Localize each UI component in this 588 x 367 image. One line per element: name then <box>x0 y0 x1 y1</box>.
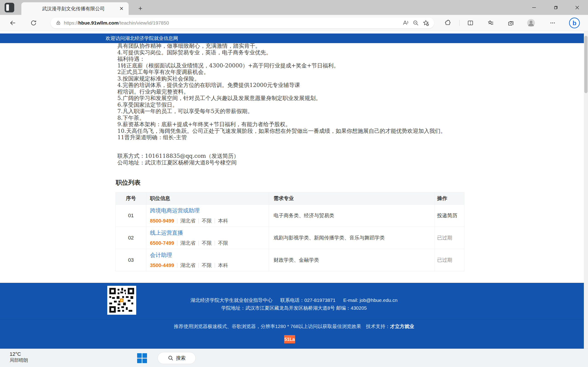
text-line: 3.按国家规定标准购买社会保险。 <box>117 75 450 82</box>
taskbar: 12°C 局部晴朗 搜索 <box>0 349 588 367</box>
positions-title: 职位列表 <box>116 178 141 187</box>
browser-window: 武汉漫寻刻文化传播有限公司 ✕ + <box>0 0 588 367</box>
table-row: 02 线上运营直播 6500-7499 湖北省 不限 不限 戏剧与影视学类、新闻… <box>116 227 464 249</box>
text-line: 8.下午茶。 <box>117 115 450 121</box>
footer-email: E-mail: job@hbue.edu.cn <box>343 298 398 303</box>
job-meta: 8500-9499 湖北省 不限 本科 <box>150 217 269 224</box>
weather-temp: 12°C <box>10 351 28 357</box>
search-icon <box>168 355 174 361</box>
url-text: https://hbue.91wllm.com/teachin/view/id/… <box>64 20 169 26</box>
job-meta: 3500-4499 湖北省 不限 本科 <box>150 262 269 269</box>
text-line: 1转正底薪（根据面试以及业绩情况，4300-20000）+高于同行业提成+奖金+… <box>117 62 450 69</box>
footer-support-link[interactable]: 才立方就业 <box>390 324 414 329</box>
zoom-out-icon[interactable] <box>411 18 421 27</box>
meta-experience: 不限 <box>202 262 212 269</box>
col-header-no: 序号 <box>116 192 146 204</box>
text-line: 11晋升渠道明确：组长-主管 <box>117 134 450 141</box>
meta-degree: 本科 <box>218 262 228 269</box>
apply-link[interactable]: 投递简历 <box>435 205 464 227</box>
footer-contact-line: 湖北经济学院大学生就业创业指导中心 联系电话：027-81973871 E-ma… <box>0 297 584 303</box>
browser-toolbar: https://hbue.91wllm.com/teachin/view/id/… <box>0 15 588 31</box>
text-line: 9.薪资基本架构：底薪+提成+年终奖+节日福利，有能力者给予股权。 <box>117 121 450 128</box>
new-tab-button[interactable]: + <box>136 4 145 13</box>
taskbar-weather[interactable]: 12°C 局部晴朗 <box>10 351 28 363</box>
job-title-link[interactable]: 跨境电商运营或助理 <box>150 207 269 214</box>
title-bar: 武汉漫寻刻文化传播有限公司 ✕ + <box>0 0 588 15</box>
footer-address-line: 学院地址：武汉市江夏区藏龙岛开发区杨桥湖大道8号 邮编：430205 <box>0 305 584 311</box>
salary-range: 6500-7499 <box>150 240 174 246</box>
table-row: 01 跨境电商运营或助理 8500-9499 湖北省 不限 本科 电子商务类、经… <box>116 204 464 227</box>
footer-divider <box>0 319 584 319</box>
favorite-add-icon[interactable] <box>421 18 431 27</box>
text-line: 4.可提供实习岗位。国际贸易专业，英语，电子商务专业优先。 <box>117 49 450 56</box>
51la-badge[interactable]: 51La <box>284 335 295 343</box>
close-button[interactable] <box>566 0 588 15</box>
extensions-icon[interactable] <box>444 19 452 27</box>
maximize-button[interactable] <box>545 0 566 15</box>
col-header-majors: 需求专业 <box>269 192 435 204</box>
meta-region: 湖北省 <box>180 262 195 269</box>
search-box[interactable]: 搜索 <box>157 352 196 364</box>
row-majors: 电子商务类、经济与贸易类 <box>269 205 435 227</box>
bing-chat-icon[interactable]: b <box>569 17 580 29</box>
text-line: 程培训。行业内最完整资料。 <box>117 89 450 95</box>
toolbar-divider <box>459 20 460 26</box>
meta-degree: 本科 <box>218 217 228 224</box>
read-aloud-icon[interactable] <box>401 18 411 27</box>
text-line: 4.完善的培训体系，提供全方位的在职培训。免费提供12000元专业辅导课 <box>117 82 450 89</box>
footer-notice: 推荐使用浏览器极速模式、谷歌浏览器，分辨率1280 * 768以上访问以获取最佳… <box>174 324 390 329</box>
text-line: 公司地址：武汉市江夏区杨桥湖大道8号兮棣空间 <box>117 159 239 166</box>
contact-block: 联系方式：1016118835@qq.com（发送简历）公司地址：武汉市江夏区杨… <box>117 153 239 166</box>
tab-close-icon[interactable]: ✕ <box>118 5 125 13</box>
text-line: 5.广阔的学习和发展空间，针对员工个人兴趣以及发展意愿量身制定职业发展规划。 <box>117 95 450 102</box>
job-description: 具有团队协作精神，做事细致耐心，充满激情，踏实肯干。4.可提供实习岗位。国际贸易… <box>117 43 450 141</box>
back-icon[interactable] <box>9 19 17 27</box>
browser-tab[interactable]: 武汉漫寻刻文化传播有限公司 ✕ <box>21 2 129 15</box>
more-menu-icon[interactable] <box>548 19 557 27</box>
text-line: 2正式员工每年享有次年度调薪机会。 <box>117 69 450 75</box>
expired-label: 已过期 <box>435 227 464 249</box>
meta-region: 湖北省 <box>180 240 195 247</box>
page-footer: 湖北经济学院大学生就业创业指导中心 联系电话：027-81973871 E-ma… <box>0 283 584 349</box>
weather-desc: 局部晴朗 <box>10 357 28 363</box>
text-line: 具有团队协作精神，做事细致耐心，充满激情，踏实肯干。 <box>117 43 450 49</box>
address-bar[interactable]: https://hbue.91wllm.com/teachin/view/id/… <box>51 17 434 28</box>
job-title-link[interactable]: 线上运营直播 <box>150 229 269 236</box>
row-no: 01 <box>116 205 146 227</box>
positions-table: 序号 职位信息 需求专业 操作 01 跨境电商运营或助理 8500-9499 湖… <box>115 192 464 271</box>
job-title-link[interactable]: 会计助理 <box>150 251 269 259</box>
text-line: 10.天高任鸟飞，海阔凭鱼跃。公司正处于飞速发展阶段，如果你想在外贸做出一番成绩… <box>117 128 450 134</box>
collections-icon[interactable] <box>507 19 515 27</box>
lock-icon[interactable] <box>56 20 61 26</box>
profile-avatar[interactable] <box>527 19 535 27</box>
table-header-row: 序号 职位信息 需求专业 操作 <box>116 192 464 204</box>
salary-range: 3500-4499 <box>150 262 174 268</box>
expired-label: 已过期 <box>435 249 464 271</box>
job-meta: 6500-7499 湖北省 不限 不限 <box>150 240 269 247</box>
text-line: 福利待遇： <box>117 56 450 62</box>
footer-notice-line: 推荐使用浏览器极速模式、谷歌浏览器，分辨率1280 * 768以上访问以获取最佳… <box>0 323 584 330</box>
split-screen-icon[interactable] <box>466 19 475 27</box>
favorites-icon[interactable] <box>486 19 495 27</box>
text-line: 联系方式：1016118835@qq.com（发送简历） <box>117 153 239 159</box>
scrollbar-thumb[interactable] <box>584 36 588 93</box>
refresh-icon[interactable] <box>29 19 38 27</box>
row-majors: 财政学类、金融学类 <box>269 249 435 271</box>
table-row: 03 会计助理 3500-4499 湖北省 不限 本科 财政学类、金融学类 已过… <box>116 249 464 271</box>
col-header-info: 职位信息 <box>146 192 269 204</box>
tab-title: 武汉漫寻刻文化传播有限公司 <box>21 6 118 12</box>
minimize-button[interactable] <box>523 0 545 15</box>
workspaces-icon[interactable] <box>5 3 14 12</box>
site-banner: 欢迎访问湖北经济学院就业信息网 <box>0 33 584 43</box>
svg-text:b: b <box>572 19 576 27</box>
search-label: 搜索 <box>176 355 186 361</box>
page-scrollbar[interactable] <box>584 31 588 349</box>
footer-org: 湖北经济学院大学生就业创业指导中心 <box>190 298 272 303</box>
page-viewport: 欢迎访问湖北经济学院就业信息网 具有团队协作精神，做事细致耐心，充满激情，踏实肯… <box>0 31 584 349</box>
meta-degree: 不限 <box>218 240 228 247</box>
row-no: 03 <box>116 249 146 271</box>
col-header-action: 操作 <box>435 192 464 204</box>
row-majors: 戏剧与影视学类、新闻传播学类、音乐与舞蹈学类 <box>269 227 435 249</box>
row-no: 02 <box>116 227 146 249</box>
start-button[interactable] <box>137 353 147 363</box>
